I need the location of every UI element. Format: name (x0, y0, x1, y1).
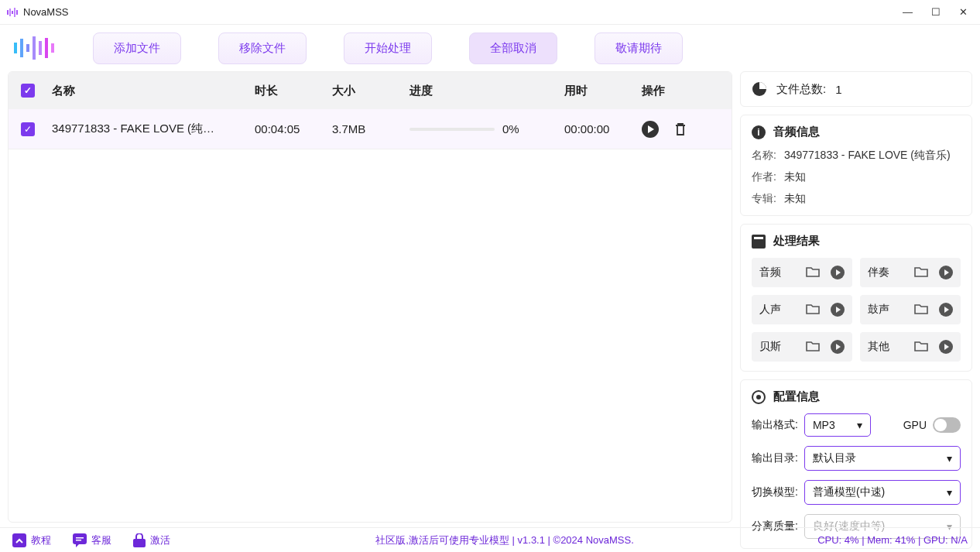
footer-center-text: 社区版,激活后可使用专业模型 | v1.3.1 | ©2024 NovaMSS. (192, 533, 817, 547)
audio-info-card: i 音频信息 名称:349771833 - FAKE LOVE (纯音乐) 作者… (740, 115, 972, 216)
pie-chart-icon (752, 81, 767, 97)
row-size: 3.7MB (332, 122, 409, 135)
result-label: 鼓声 (868, 303, 889, 317)
app-logo-icon (6, 6, 19, 19)
table-row[interactable]: ✓ 349771833 - FAKE LOVE (纯… 00:04:05 3.7… (9, 109, 732, 149)
select-all-checkbox[interactable]: ✓ (21, 84, 35, 98)
wave-logo-icon (12, 36, 56, 60)
audio-name: 349771833 - FAKE LOVE (纯音乐) (784, 149, 951, 163)
delete-icon[interactable] (673, 122, 688, 137)
play-circle-icon[interactable] (939, 340, 953, 354)
folder-icon[interactable] (806, 303, 820, 315)
audio-info-title: 音频信息 (773, 125, 820, 139)
svg-rect-10 (45, 38, 48, 58)
minimize-button[interactable]: — (903, 6, 913, 18)
svg-rect-7 (26, 44, 29, 52)
tutorial-icon (12, 533, 26, 547)
svg-rect-11 (51, 43, 54, 53)
header-size: 大小 (332, 84, 409, 98)
results-card: 处理结果 音频 伴奏 人声 鼓声 贝斯 其他 (740, 224, 972, 372)
folder-icon[interactable] (806, 266, 820, 278)
start-process-button[interactable]: 开始处理 (344, 33, 432, 64)
gear-icon (752, 390, 766, 404)
name-label: 名称: (752, 149, 776, 163)
config-title: 配置信息 (773, 389, 820, 404)
result-item: 伴奏 (860, 258, 961, 287)
tutorial-link[interactable]: 教程 (12, 533, 51, 547)
chevron-down-icon: ▾ (947, 486, 952, 499)
app-title: NovaMSS (23, 6, 69, 18)
svg-rect-28 (76, 537, 84, 539)
activate-link[interactable]: 激活 (133, 533, 170, 547)
remove-file-button[interactable]: 移除文件 (218, 33, 307, 64)
header-time: 用时 (564, 84, 642, 98)
table-header: ✓ 名称 时长 大小 进度 用时 操作 (9, 72, 732, 109)
model-select[interactable]: 普通模型(中速)▾ (804, 480, 961, 505)
header-name: 名称 (52, 84, 255, 98)
model-label: 切换模型: (752, 485, 798, 499)
results-title: 处理结果 (773, 234, 820, 249)
file-count-card: 文件总数: 1 (740, 71, 972, 107)
svg-rect-1 (9, 9, 11, 16)
svg-rect-17 (754, 237, 763, 239)
svg-rect-29 (76, 540, 81, 541)
format-select[interactable]: MP3▾ (804, 413, 871, 437)
result-label: 音频 (759, 266, 781, 279)
coming-soon-button[interactable]: 敬请期待 (595, 33, 683, 64)
format-label: 输出格式: (752, 418, 798, 432)
file-list-panel: ✓ 名称 时长 大小 进度 用时 操作 ✓ 349771833 - FAKE L… (8, 71, 732, 523)
result-item: 贝斯 (752, 332, 852, 362)
gpu-label: GPU (903, 419, 927, 431)
dir-select[interactable]: 默认目录▾ (804, 446, 961, 471)
svg-rect-2 (12, 11, 13, 14)
row-name: 349771833 - FAKE LOVE (纯… (52, 122, 255, 136)
svg-text:i: i (757, 127, 759, 138)
play-icon[interactable] (642, 121, 659, 138)
toolbar: 添加文件 移除文件 开始处理 全部取消 敬请期待 (0, 25, 980, 71)
result-item: 鼓声 (860, 295, 961, 324)
folder-icon[interactable] (914, 303, 928, 315)
result-label: 贝斯 (759, 340, 781, 354)
folder-icon[interactable] (914, 266, 928, 278)
play-circle-icon[interactable] (831, 303, 845, 317)
svg-rect-16 (752, 235, 766, 249)
svg-rect-5 (14, 43, 17, 53)
progress-bar (409, 128, 495, 131)
header-progress: 进度 (409, 84, 564, 98)
svg-rect-4 (16, 10, 18, 15)
chevron-down-icon: ▾ (947, 452, 952, 465)
folder-icon[interactable] (806, 340, 820, 352)
maximize-button[interactable]: ☐ (931, 6, 941, 18)
play-circle-icon[interactable] (939, 266, 953, 279)
gpu-toggle[interactable] (933, 417, 961, 433)
play-circle-icon[interactable] (831, 266, 845, 279)
play-circle-icon[interactable] (939, 303, 953, 317)
progress-text: 0% (502, 122, 519, 135)
svg-rect-3 (14, 8, 15, 17)
result-item: 人声 (752, 295, 852, 324)
add-file-button[interactable]: 添加文件 (93, 33, 181, 64)
info-icon: i (752, 125, 766, 139)
audio-author: 未知 (784, 170, 806, 184)
chat-icon (73, 533, 87, 547)
folder-icon[interactable] (914, 340, 928, 352)
svg-rect-27 (73, 533, 87, 544)
cancel-all-button[interactable]: 全部取消 (469, 33, 557, 64)
svg-rect-30 (133, 539, 146, 547)
audio-album: 未知 (784, 192, 806, 206)
album-label: 专辑: (752, 192, 776, 206)
row-time: 00:00:00 (564, 122, 642, 135)
chevron-down-icon: ▾ (857, 419, 862, 431)
dir-label: 输出目录: (752, 451, 798, 465)
support-link[interactable]: 客服 (73, 533, 111, 547)
file-count-value: 1 (835, 83, 841, 96)
result-label: 其他 (868, 340, 889, 354)
row-checkbox[interactable]: ✓ (21, 122, 35, 136)
close-button[interactable]: ✕ (959, 6, 968, 18)
play-circle-icon[interactable] (831, 340, 845, 354)
svg-rect-8 (33, 36, 36, 60)
config-card: 配置信息 输出格式: MP3▾ GPU 输出目录: 默认目录▾ 切换模型: 普通… (740, 379, 972, 549)
svg-rect-9 (39, 41, 42, 55)
results-icon (752, 235, 766, 249)
titlebar: NovaMSS — ☐ ✕ (0, 0, 980, 25)
